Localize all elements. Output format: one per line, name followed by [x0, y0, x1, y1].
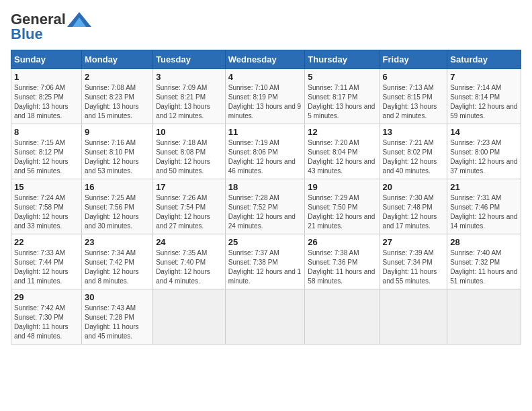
calendar-cell: 15Sunrise: 7:24 AMSunset: 7:58 PMDayligh… [11, 179, 82, 234]
day-number: 2 [85, 72, 150, 82]
calendar-cell: 10Sunrise: 7:18 AMSunset: 8:08 PMDayligh… [153, 124, 226, 179]
day-info: Sunrise: 7:26 AMSunset: 7:54 PMDaylight:… [156, 193, 222, 231]
day-number: 9 [85, 127, 150, 137]
day-info: Sunrise: 7:38 AMSunset: 7:36 PMDaylight:… [308, 248, 376, 286]
day-header-thursday: Thursday [305, 50, 380, 69]
day-number: 6 [383, 72, 445, 82]
day-number: 25 [228, 237, 302, 247]
calendar-week-row: 1Sunrise: 7:06 AMSunset: 8:25 PMDaylight… [11, 69, 521, 124]
day-number: 14 [450, 127, 518, 137]
day-number: 15 [14, 182, 79, 192]
day-info: Sunrise: 7:09 AMSunset: 8:21 PMDaylight:… [156, 83, 222, 121]
day-number: 11 [228, 127, 302, 137]
calendar-cell: 5Sunrise: 7:11 AMSunset: 8:17 PMDaylight… [305, 69, 380, 124]
day-info: Sunrise: 7:35 AMSunset: 7:40 PMDaylight:… [156, 248, 222, 286]
day-number: 1 [14, 72, 79, 82]
calendar-cell: 1Sunrise: 7:06 AMSunset: 8:25 PMDaylight… [11, 69, 82, 124]
day-number: 20 [383, 182, 445, 192]
day-number: 23 [85, 237, 150, 247]
day-number: 13 [383, 127, 445, 137]
calendar-cell: 20Sunrise: 7:30 AMSunset: 7:48 PMDayligh… [380, 179, 447, 234]
day-number: 8 [14, 127, 79, 137]
calendar-cell: 27Sunrise: 7:39 AMSunset: 7:34 PMDayligh… [380, 234, 447, 289]
calendar-cell: 23Sunrise: 7:34 AMSunset: 7:42 PMDayligh… [81, 234, 152, 289]
day-header-monday: Monday [81, 50, 152, 69]
day-info: Sunrise: 7:23 AMSunset: 8:00 PMDaylight:… [450, 138, 518, 176]
calendar-week-row: 22Sunrise: 7:33 AMSunset: 7:44 PMDayligh… [11, 234, 521, 289]
day-number: 17 [156, 182, 222, 192]
day-number: 3 [156, 72, 222, 82]
calendar-week-row: 15Sunrise: 7:24 AMSunset: 7:58 PMDayligh… [11, 179, 521, 234]
day-info: Sunrise: 7:42 AMSunset: 7:30 PMDaylight:… [14, 304, 79, 341]
calendar-cell: 30Sunrise: 7:43 AMSunset: 7:28 PMDayligh… [81, 289, 152, 345]
day-info: Sunrise: 7:40 AMSunset: 7:32 PMDaylight:… [450, 248, 518, 286]
day-info: Sunrise: 7:10 AMSunset: 8:19 PMDaylight:… [228, 83, 302, 121]
logo-blue: Blue [11, 26, 43, 43]
calendar-cell: 12Sunrise: 7:20 AMSunset: 8:04 PMDayligh… [305, 124, 380, 179]
day-info: Sunrise: 7:20 AMSunset: 8:04 PMDaylight:… [308, 138, 376, 176]
calendar-cell [225, 289, 305, 345]
day-info: Sunrise: 7:24 AMSunset: 7:58 PMDaylight:… [14, 193, 79, 231]
calendar-cell: 9Sunrise: 7:16 AMSunset: 8:10 PMDaylight… [81, 124, 152, 179]
calendar-header-row: SundayMondayTuesdayWednesdayThursdayFrid… [11, 50, 521, 69]
day-info: Sunrise: 7:34 AMSunset: 7:42 PMDaylight:… [85, 248, 150, 286]
day-info: Sunrise: 7:15 AMSunset: 8:12 PMDaylight:… [14, 138, 79, 176]
calendar-cell: 22Sunrise: 7:33 AMSunset: 7:44 PMDayligh… [11, 234, 82, 289]
day-number: 27 [383, 237, 445, 247]
calendar-cell: 18Sunrise: 7:28 AMSunset: 7:52 PMDayligh… [225, 179, 305, 234]
day-header-friday: Friday [380, 50, 447, 69]
calendar-cell: 4Sunrise: 7:10 AMSunset: 8:19 PMDaylight… [225, 69, 305, 124]
calendar-cell: 28Sunrise: 7:40 AMSunset: 7:32 PMDayligh… [447, 234, 521, 289]
calendar-cell: 25Sunrise: 7:37 AMSunset: 7:38 PMDayligh… [225, 234, 305, 289]
day-number: 5 [308, 72, 376, 82]
calendar-cell [305, 289, 380, 345]
calendar-cell: 26Sunrise: 7:38 AMSunset: 7:36 PMDayligh… [305, 234, 380, 289]
day-info: Sunrise: 7:37 AMSunset: 7:38 PMDaylight:… [228, 248, 302, 286]
calendar-cell: 17Sunrise: 7:26 AMSunset: 7:54 PMDayligh… [153, 179, 226, 234]
day-number: 28 [450, 237, 518, 247]
calendar-cell: 8Sunrise: 7:15 AMSunset: 8:12 PMDaylight… [11, 124, 82, 179]
day-info: Sunrise: 7:14 AMSunset: 8:14 PMDaylight:… [450, 83, 518, 121]
calendar-cell: 2Sunrise: 7:08 AMSunset: 8:23 PMDaylight… [81, 69, 152, 124]
calendar-cell: 16Sunrise: 7:25 AMSunset: 7:56 PMDayligh… [81, 179, 152, 234]
calendar-cell: 29Sunrise: 7:42 AMSunset: 7:30 PMDayligh… [11, 289, 82, 345]
calendar-week-row: 8Sunrise: 7:15 AMSunset: 8:12 PMDaylight… [11, 124, 521, 179]
calendar-cell: 6Sunrise: 7:13 AMSunset: 8:15 PMDaylight… [380, 69, 447, 124]
day-number: 12 [308, 127, 376, 137]
day-info: Sunrise: 7:08 AMSunset: 8:23 PMDaylight:… [85, 83, 150, 121]
calendar-cell [380, 289, 447, 345]
calendar-cell: 14Sunrise: 7:23 AMSunset: 8:00 PMDayligh… [447, 124, 521, 179]
calendar-cell: 7Sunrise: 7:14 AMSunset: 8:14 PMDaylight… [447, 69, 521, 124]
day-number: 26 [308, 237, 376, 247]
logo: General Blue [11, 11, 91, 43]
day-info: Sunrise: 7:31 AMSunset: 7:46 PMDaylight:… [450, 193, 518, 231]
calendar-cell: 24Sunrise: 7:35 AMSunset: 7:40 PMDayligh… [153, 234, 226, 289]
day-info: Sunrise: 7:06 AMSunset: 8:25 PMDaylight:… [14, 83, 79, 121]
day-number: 4 [228, 72, 302, 82]
calendar-cell [153, 289, 226, 345]
day-number: 10 [156, 127, 222, 137]
day-info: Sunrise: 7:43 AMSunset: 7:28 PMDaylight:… [85, 304, 150, 341]
day-info: Sunrise: 7:18 AMSunset: 8:08 PMDaylight:… [156, 138, 222, 176]
day-number: 18 [228, 182, 302, 192]
day-header-wednesday: Wednesday [225, 50, 305, 69]
day-info: Sunrise: 7:19 AMSunset: 8:06 PMDaylight:… [228, 138, 302, 176]
day-number: 22 [14, 237, 79, 247]
logo-icon [67, 12, 91, 27]
day-info: Sunrise: 7:28 AMSunset: 7:52 PMDaylight:… [228, 193, 302, 231]
calendar-table: SundayMondayTuesdayWednesdayThursdayFrid… [11, 50, 521, 345]
day-info: Sunrise: 7:30 AMSunset: 7:48 PMDaylight:… [383, 193, 445, 231]
calendar-cell: 21Sunrise: 7:31 AMSunset: 7:46 PMDayligh… [447, 179, 521, 234]
day-number: 24 [156, 237, 222, 247]
day-header-sunday: Sunday [11, 50, 82, 69]
calendar-cell [447, 289, 521, 345]
calendar-cell: 13Sunrise: 7:21 AMSunset: 8:02 PMDayligh… [380, 124, 447, 179]
day-header-tuesday: Tuesday [153, 50, 226, 69]
day-number: 29 [14, 292, 79, 302]
day-number: 21 [450, 182, 518, 192]
day-info: Sunrise: 7:39 AMSunset: 7:34 PMDaylight:… [383, 248, 445, 286]
day-number: 30 [85, 292, 150, 302]
day-info: Sunrise: 7:13 AMSunset: 8:15 PMDaylight:… [383, 83, 445, 121]
calendar-cell: 19Sunrise: 7:29 AMSunset: 7:50 PMDayligh… [305, 179, 380, 234]
day-info: Sunrise: 7:29 AMSunset: 7:50 PMDaylight:… [308, 193, 376, 231]
